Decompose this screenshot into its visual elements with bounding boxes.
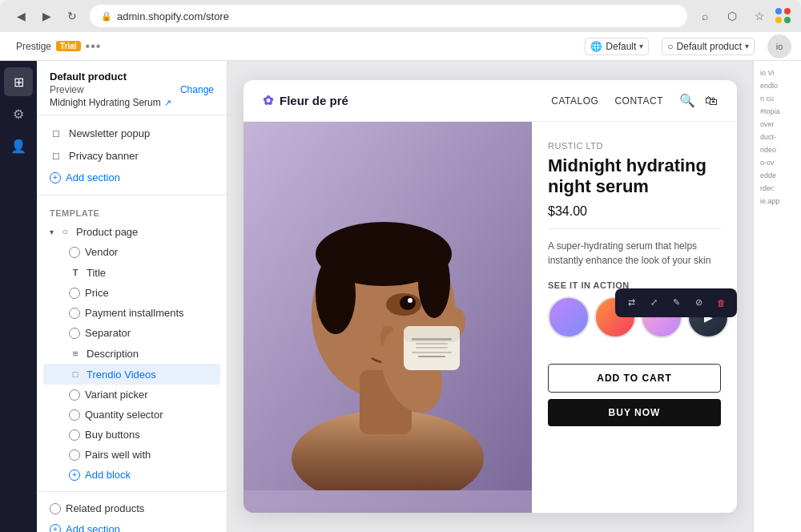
quantity-selector-item[interactable]: Quantity selector — [43, 405, 220, 425]
browser-chrome: ◀ ▶ ↻ 🔒 admin.shopify.com/store ⌕ ⬡ ☆ Pr… — [0, 0, 801, 61]
payment-installments-item[interactable]: Payment installments — [43, 303, 220, 323]
catalog-nav-link[interactable]: CATALOG — [551, 95, 598, 107]
price-label: Price — [85, 287, 109, 299]
address-bar[interactable]: 🔒 admin.shopify.com/store — [90, 5, 687, 27]
sidebar-grid-button[interactable]: ⊞ — [4, 67, 33, 96]
privacy-label: Privacy banner — [69, 150, 139, 162]
right-edge-text-11: ie.app — [757, 195, 798, 207]
svg-point-19 — [418, 246, 450, 318]
pairs-label: Pairs well with — [85, 449, 151, 461]
screenshot-button[interactable]: ⬡ — [721, 5, 743, 27]
product-image-svg — [244, 122, 532, 490]
store-name: Prestige — [16, 41, 51, 52]
star-button[interactable]: ☆ — [748, 5, 771, 27]
product-page-item[interactable]: ▾ ○ Product page — [43, 221, 220, 242]
buy-buttons-item[interactable]: Buy buttons — [43, 425, 220, 445]
browser-nav-buttons: ◀ ▶ ↻ — [10, 5, 83, 27]
cart-icon[interactable]: 🛍 — [705, 94, 718, 108]
video-thumb-1[interactable] — [548, 296, 590, 338]
forward-button[interactable]: ▶ — [35, 5, 58, 27]
pairs-icon — [69, 449, 80, 461]
ext-icon: io — [767, 34, 791, 58]
pairs-well-with-item[interactable]: Pairs well with — [43, 445, 220, 465]
url-text: admin.shopify.com/store — [117, 10, 229, 22]
contact-nav-link[interactable]: CONTACT — [614, 95, 663, 107]
add-section-top-button[interactable]: + Add section — [37, 167, 227, 188]
svg-point-7 — [400, 296, 416, 310]
description-item[interactable]: ≡ Description — [43, 343, 220, 364]
preview-product-name: Midnight Hydrating Serum — [50, 97, 161, 108]
product-divider — [548, 228, 721, 229]
toolbar-resize-button[interactable]: ⤢ — [644, 293, 663, 312]
quantity-label: Quantity selector — [85, 409, 163, 421]
separator-item[interactable]: Separator — [43, 323, 220, 343]
default-product-dropdown-button[interactable]: ○ Default product ▾ — [662, 38, 755, 55]
right-edge-panel: io Vi endlo n cu #topia over duct- rideo… — [753, 61, 801, 532]
product-name: Midnight hydrating night serum — [548, 155, 721, 198]
sidebar-people-button[interactable]: 👤 — [4, 131, 33, 160]
sidebar-gear-button[interactable]: ⚙ — [4, 99, 33, 128]
store-card: ✿ Fleur de pré CATALOG CONTACT 🔍 🛍 — [244, 80, 737, 513]
template-tree: ▾ ○ Product page Vendor T Title Price Pa… — [37, 221, 227, 485]
related-icon — [50, 503, 61, 514]
panel-title: Default product — [50, 71, 214, 83]
product-page-chevron: ▾ — [50, 228, 54, 236]
search-store-icon[interactable]: 🔍 — [679, 93, 695, 108]
title-item[interactable]: T Title — [43, 262, 220, 283]
product-page-label: Product page — [76, 226, 138, 238]
tab-more-dots[interactable]: ••• — [86, 39, 102, 54]
template-label: Template — [37, 202, 227, 221]
store-tab[interactable]: Prestige Trial ••• — [10, 36, 107, 57]
variant-picker-item[interactable]: Variant picker — [43, 385, 220, 405]
right-edge-text-10: rder: — [757, 183, 798, 194]
right-edge-text-2: endlo — [757, 80, 798, 91]
floating-toolbar: ⇄ ⤢ ✎ ⊘ 🗑 — [615, 288, 737, 317]
vendor-icon — [69, 247, 80, 258]
preview-row: Preview Change — [50, 84, 214, 95]
add-to-cart-button[interactable]: ADD TO CART — [548, 364, 721, 393]
preview-product: Midnight Hydrating Serum ↗ — [50, 97, 214, 108]
newsletter-popup-item[interactable]: □ Newsletter popup — [37, 122, 227, 144]
buy-now-button[interactable]: BUY NOW — [548, 399, 721, 426]
change-link[interactable]: Change — [180, 84, 214, 95]
divider-3 — [37, 491, 227, 492]
buy-icon — [69, 429, 80, 441]
add-section-bottom-button[interactable]: + Add section — [37, 518, 227, 532]
title-icon: T — [69, 266, 82, 279]
browser-actions: ⌕ ⬡ ☆ — [694, 5, 791, 27]
left-panel: Default product Preview Change Midnight … — [37, 61, 227, 532]
newsletter-icon: □ — [50, 127, 62, 139]
trendio-label: Trendio Videos — [87, 369, 156, 381]
trendio-videos-item[interactable]: □ Trendio Videos — [43, 364, 220, 385]
buy-label: Buy buttons — [85, 429, 140, 441]
privacy-banner-item[interactable]: □ Privacy banner — [37, 144, 227, 167]
quantity-icon — [69, 409, 80, 421]
toolbar-move-button[interactable]: ⇄ — [622, 293, 641, 312]
related-products-item[interactable]: Related products — [37, 498, 227, 518]
vendor-item[interactable]: Vendor — [43, 242, 220, 262]
default-dropdown-button[interactable]: 🌐 Default ▾ — [585, 38, 649, 55]
svg-rect-12 — [412, 338, 452, 341]
toolbar-delete-button[interactable]: 🗑 — [711, 293, 731, 312]
back-button[interactable]: ◀ — [10, 5, 32, 27]
reload-button[interactable]: ↻ — [61, 5, 83, 27]
product-details: RUSTIC LTD Midnight hydrating night seru… — [532, 122, 737, 513]
preview-product-ext-icon: ↗ — [164, 98, 171, 108]
price-icon — [69, 288, 80, 299]
toolbar-copy-button[interactable]: ⊘ — [689, 293, 708, 312]
topbar-right: 🌐 Default ▾ ○ Default product ▾ io — [585, 34, 791, 58]
add-section-top-label: Add section — [66, 171, 120, 183]
toolbar-edit-button[interactable]: ✎ — [666, 293, 686, 312]
price-item[interactable]: Price — [43, 283, 220, 303]
add-block-button[interactable]: + Add block — [43, 465, 220, 485]
add-section-bottom-label: Add section — [66, 523, 120, 532]
logo-flower-icon: ✿ — [263, 93, 273, 108]
product-price: $34.00 — [548, 204, 721, 219]
description-label: Description — [87, 348, 139, 360]
divider-2 — [37, 195, 227, 195]
search-browser-button[interactable]: ⌕ — [694, 5, 716, 27]
right-edge-text-5: over — [757, 119, 798, 130]
payment-label: Payment installments — [85, 307, 184, 319]
product-brand: RUSTIC LTD — [548, 141, 721, 151]
product-image-area — [244, 122, 532, 513]
